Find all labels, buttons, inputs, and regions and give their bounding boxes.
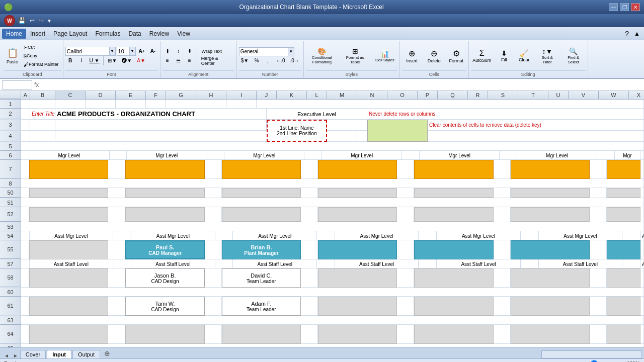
cell-gap64f[interactable]	[590, 325, 607, 343]
staff-box-61-3[interactable]: Adam F. Team Leader	[222, 297, 301, 316]
cell-gap58b[interactable]	[205, 268, 222, 287]
percent-button[interactable]: %	[252, 57, 262, 65]
gray-box-52-4[interactable]	[318, 207, 397, 222]
menu-view[interactable]: View	[173, 29, 194, 39]
row-header-51[interactable]: 51	[0, 198, 21, 207]
menu-formulas[interactable]: Formulas	[91, 29, 124, 39]
asst-mgr-6[interactable]: Asst Mgr Level	[539, 231, 623, 240]
menu-page-layout[interactable]: Page Layout	[49, 29, 91, 39]
cell-C1[interactable]	[55, 100, 86, 109]
asst-mgr-3[interactable]: Asst Mgr Level	[233, 231, 317, 240]
cell-rest54[interactable]: Asst Mgr Level	[640, 231, 644, 240]
cell-gap7e[interactable]	[494, 160, 511, 178]
customize-quick-btn[interactable]: ▼	[47, 18, 52, 24]
bold-button[interactable]: B	[65, 57, 75, 65]
staff-box-61-4[interactable]	[318, 297, 397, 316]
cell-A2[interactable]	[21, 109, 30, 119]
cell-C3[interactable]	[55, 120, 267, 130]
mgr-level-2[interactable]: Mgr Level	[127, 151, 207, 160]
view-normal-btn[interactable]: ⊞	[555, 360, 560, 363]
gray-box-50-7[interactable]	[607, 188, 640, 198]
cell-gap55b[interactable]	[205, 240, 222, 259]
cell-gap7c[interactable]	[301, 160, 318, 178]
cell-A54[interactable]	[21, 231, 30, 240]
col-header-O[interactable]: O	[387, 91, 418, 99]
cell-gap61d[interactable]	[397, 297, 414, 315]
asst-mgr-5[interactable]: Asst Mgr Level	[437, 231, 521, 240]
col-header-X[interactable]: X	[629, 91, 644, 99]
cell-exec-label[interactable]: Executive Level	[267, 109, 367, 119]
row-header-6[interactable]: 6	[0, 151, 21, 160]
cell-B1[interactable]	[30, 100, 55, 109]
cell-gap50c[interactable]	[301, 188, 318, 198]
mgr-box-5[interactable]	[414, 160, 493, 179]
font-name-combo[interactable]: Calibri ▼	[65, 47, 116, 56]
cell-gap55e[interactable]	[494, 240, 511, 259]
asst-mgr-box-2[interactable]: Paul S. CAD Manager	[125, 240, 205, 259]
cell-B2[interactable]: Enter Title Here:	[30, 109, 55, 119]
row-header-58[interactable]: 58	[0, 268, 21, 287]
tab-cover[interactable]: Cover	[20, 350, 46, 358]
font-size-dropdown[interactable]: ▼	[129, 47, 135, 55]
cell-gap52e[interactable]	[494, 207, 511, 222]
cell-H1[interactable]	[196, 100, 226, 109]
cell-gap57a[interactable]	[113, 259, 131, 268]
cell-gap61b[interactable]	[205, 297, 222, 315]
font-color-button[interactable]: A▼	[135, 57, 147, 65]
mgr-box-4[interactable]	[318, 160, 397, 179]
cell-gap57b[interactable]	[215, 259, 233, 268]
cut-button[interactable]: ✂ Cut	[22, 43, 37, 51]
cell-gap58c[interactable]	[301, 268, 318, 287]
format-cells-button[interactable]: ⚙ Format	[446, 42, 466, 69]
increase-decimal-button[interactable]: .0→	[288, 57, 301, 65]
staff-box-58-3[interactable]: David C. Team Leader	[222, 268, 301, 288]
paste-button[interactable]: 📋 Paste	[4, 42, 21, 69]
row-header-57[interactable]: 57	[0, 259, 21, 268]
cell-gap52f[interactable]	[590, 207, 607, 222]
cell-gap7d[interactable]	[397, 160, 414, 178]
cell-A57[interactable]	[21, 259, 30, 268]
mgr-box-1[interactable]	[29, 160, 108, 179]
col-header-M[interactable]: M	[327, 91, 357, 99]
menu-review[interactable]: Review	[145, 29, 173, 39]
number-format-input[interactable]: General	[239, 49, 288, 54]
cell-A3[interactable]	[21, 120, 30, 130]
row-header-60[interactable]: 60	[0, 288, 21, 297]
mgr-box-3[interactable]	[222, 160, 301, 179]
cell-A52[interactable]	[21, 207, 29, 222]
cell-A61[interactable]	[21, 297, 29, 315]
scroll-bar-area[interactable]	[541, 350, 642, 358]
cell-gap55f[interactable]	[590, 240, 607, 259]
mgr-box-6[interactable]	[511, 160, 590, 179]
cell-N6[interactable]	[304, 151, 321, 160]
asst-mgr-box-3[interactable]: Brian B. Plant Manager	[222, 240, 301, 259]
cell-gap58f[interactable]	[590, 268, 607, 287]
cell-B4[interactable]	[30, 131, 55, 141]
asst-mgr-4[interactable]: Asst Mgr Level	[335, 231, 419, 240]
asst-mgr-box-5[interactable]	[414, 240, 493, 259]
clear-button[interactable]: 🧹 Clear	[515, 42, 533, 69]
row-header-5[interactable]: 5	[0, 142, 21, 151]
cell-A51[interactable]	[21, 198, 644, 207]
staff-box-61-7[interactable]	[607, 297, 640, 316]
comma-button[interactable]: ,	[263, 57, 273, 65]
cell-A63[interactable]	[21, 316, 644, 325]
cell-gap54a[interactable]	[113, 231, 131, 240]
cell-D1[interactable]	[86, 100, 116, 109]
cell-G1[interactable]	[166, 100, 196, 109]
gray-box-64-4[interactable]	[318, 325, 397, 344]
gray-box-52-1[interactable]	[29, 207, 108, 222]
gray-box-64-6[interactable]	[511, 325, 590, 344]
align-top-button[interactable]: ⬆	[163, 47, 173, 55]
col-header-K[interactable]: K	[277, 91, 307, 99]
ribbon-collapse-btn[interactable]: ▲	[632, 30, 642, 37]
gray-box-50-1[interactable]	[29, 188, 108, 198]
font-name-dropdown[interactable]: ▼	[109, 47, 115, 55]
cell-gap55c[interactable]	[301, 240, 318, 259]
staff-box-58-1[interactable]	[29, 268, 108, 288]
new-sheet-button[interactable]: ⊕	[101, 348, 113, 358]
staff-box-61-2[interactable]: Tami W. CAD Design	[125, 297, 204, 316]
cell-gap54f[interactable]	[622, 231, 640, 240]
office-button[interactable]: W	[4, 15, 15, 26]
row-header-4[interactable]: 4	[0, 131, 21, 141]
